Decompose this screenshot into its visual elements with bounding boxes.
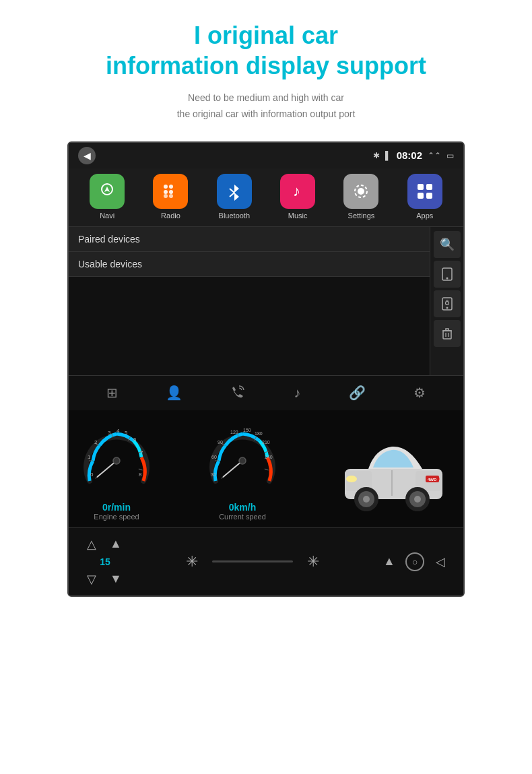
- svg-rect-12: [426, 184, 432, 190]
- fan-left-icon[interactable]: ✳: [182, 552, 201, 571]
- up-arrow-filled[interactable]: ▲: [106, 535, 125, 554]
- fan-controls: ✳ ✳: [182, 552, 323, 571]
- page-wrapper: I original car information display suppo…: [0, 0, 532, 624]
- svg-point-66: [414, 496, 421, 503]
- current-speed-label: 0km/h Current speed: [219, 502, 266, 521]
- fan-right-icon[interactable]: ✳: [304, 552, 323, 571]
- svg-point-19: [445, 301, 448, 304]
- svg-point-3: [169, 185, 173, 189]
- svg-text:8: 8: [139, 472, 142, 478]
- paired-devices-item[interactable]: Paired devices: [69, 227, 430, 252]
- svg-text:90: 90: [218, 440, 223, 445]
- svg-text:150: 150: [243, 428, 251, 432]
- svg-text:4WD: 4WD: [428, 478, 437, 482]
- back-nav-btn[interactable]: ◁: [431, 552, 450, 571]
- back-button[interactable]: ◀: [78, 147, 96, 164]
- svg-point-16: [446, 277, 448, 279]
- app-settings[interactable]: Settings: [343, 174, 378, 220]
- settings-icon: [343, 174, 378, 209]
- window-icon: ▭: [446, 151, 454, 160]
- svg-point-40: [113, 457, 120, 464]
- svg-text:210: 210: [262, 440, 270, 445]
- engine-gauge-dial: 0 1 2 3 4 5 6 7 8: [79, 424, 154, 498]
- page-title: I original car information display suppo…: [106, 20, 426, 81]
- svg-text:7: 7: [140, 450, 143, 456]
- nav-settings[interactable]: ⚙: [413, 385, 426, 401]
- svg-point-2: [164, 185, 168, 189]
- current-speed-value: 0km/h: [219, 502, 266, 513]
- system-nav-buttons: ▲ ○ ◁: [380, 552, 450, 571]
- down-arrow-filled[interactable]: ▼: [106, 570, 125, 589]
- svg-text:5: 5: [125, 430, 128, 436]
- svg-marker-1: [104, 187, 110, 192]
- svg-point-7: [169, 194, 173, 198]
- settings-label: Settings: [348, 212, 375, 220]
- side-actions: 🔍: [430, 227, 463, 375]
- svg-rect-13: [418, 193, 424, 199]
- fan-slider[interactable]: [212, 560, 293, 562]
- speed-gauge-dial: 30 60 90 120 150 180 210 240: [205, 424, 279, 498]
- nav-link[interactable]: 🔗: [349, 385, 366, 401]
- app-bar: Navi Radio: [69, 168, 463, 227]
- bluetooth-label: Bluetooth: [219, 212, 250, 220]
- svg-line-29: [139, 469, 143, 470]
- nav-music[interactable]: ♪: [294, 385, 300, 401]
- engine-speed-label: 0r/min Engine speed: [94, 502, 139, 521]
- signal-icon: ▌: [385, 151, 391, 160]
- up-nav-btn[interactable]: ▲: [380, 552, 399, 571]
- clock: 08:02: [397, 150, 422, 161]
- music-icon: ♪: [280, 174, 315, 209]
- svg-point-18: [446, 307, 448, 309]
- music-label: Music: [288, 212, 308, 220]
- svg-rect-20: [443, 331, 451, 339]
- svg-text:4: 4: [117, 428, 120, 434]
- bluetooth-icon: [217, 174, 252, 209]
- status-bar-right: ✱ ▌ 08:02 ⌃⌃ ▭: [373, 150, 454, 161]
- down-arrow-outline[interactable]: ▽: [82, 570, 101, 589]
- bluetooth-status-icon: ✱: [373, 151, 380, 160]
- car-ui-screen: ◀ ✱ ▌ 08:02 ⌃⌃ ▭ Navi: [67, 141, 465, 597]
- svg-text:240: 240: [265, 455, 273, 459]
- up-arrow-outline[interactable]: △: [82, 535, 101, 554]
- navi-label: Navi: [100, 212, 114, 220]
- expand-icon: ⌃⌃: [428, 151, 441, 160]
- svg-point-67: [346, 476, 357, 482]
- home-button[interactable]: ○: [405, 552, 424, 571]
- content-area: Paired devices Usable devices 🔍: [69, 227, 463, 375]
- app-bluetooth[interactable]: Bluetooth: [217, 174, 252, 220]
- delete-action-btn[interactable]: [434, 320, 461, 347]
- phone-action-btn[interactable]: [434, 261, 461, 288]
- nav-call[interactable]: [231, 384, 246, 402]
- apps-label: Apps: [416, 212, 433, 220]
- svg-text:6: 6: [133, 437, 137, 443]
- svg-line-47: [265, 469, 269, 470]
- svg-text:60: 60: [211, 455, 217, 459]
- app-apps[interactable]: Apps: [407, 174, 442, 220]
- bottom-controls: △ ▲ 15 ▽ ▼ ✳ ✳ ▲ ○ ◁: [69, 527, 463, 595]
- radio-icon: [153, 174, 188, 209]
- svg-point-6: [164, 194, 168, 198]
- status-bar: ◀ ✱ ▌ 08:02 ⌃⌃ ▭: [69, 143, 463, 168]
- device-list: Paired devices Usable devices: [69, 227, 430, 375]
- page-subtitle: Need to be medium and high with car the …: [177, 90, 356, 123]
- current-speed-gauge: 30 60 90 120 150 180 210 240 0km/h Curre…: [205, 424, 279, 521]
- search-action-btn[interactable]: 🔍: [434, 231, 461, 258]
- svg-rect-14: [426, 193, 432, 199]
- nav-contacts[interactable]: 👤: [166, 385, 182, 401]
- volume-control: △ ▲ 15 ▽ ▼: [82, 535, 125, 589]
- app-radio[interactable]: Radio: [153, 174, 188, 220]
- radio-label: Radio: [161, 212, 180, 220]
- app-navi[interactable]: Navi: [90, 174, 125, 220]
- app-music[interactable]: ♪ Music: [280, 174, 315, 220]
- svg-rect-11: [418, 184, 424, 190]
- svg-text:3: 3: [108, 430, 111, 436]
- car-image: 4WD: [331, 432, 453, 513]
- svg-point-5: [169, 190, 173, 194]
- usable-devices-item[interactable]: Usable devices: [69, 252, 430, 277]
- device-settings-action-btn[interactable]: [434, 290, 461, 317]
- svg-point-57: [239, 457, 246, 464]
- svg-text:1: 1: [88, 454, 91, 460]
- nav-grid[interactable]: ⊞: [106, 385, 118, 401]
- engine-speed-desc: Engine speed: [94, 513, 139, 521]
- apps-icon: [407, 174, 442, 209]
